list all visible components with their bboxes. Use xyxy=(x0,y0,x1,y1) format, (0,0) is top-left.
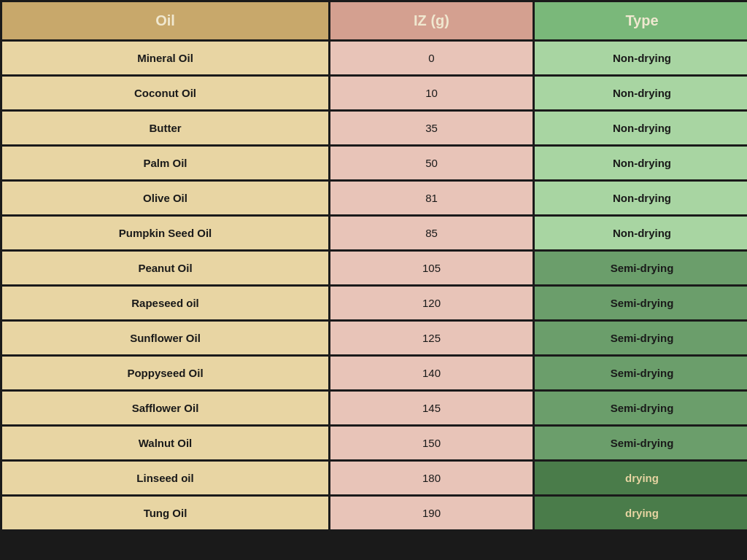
cell-type-2: Non-drying xyxy=(535,112,747,144)
header-iz: IZ (g) xyxy=(330,2,535,39)
table-row: Olive Oil 81 Non-drying xyxy=(2,182,745,217)
cell-iz-13: 190 xyxy=(330,497,535,529)
cell-oil-3: Palm Oil xyxy=(2,147,330,179)
cell-oil-8: Sunflower Oil xyxy=(2,322,330,354)
cell-iz-3: 50 xyxy=(330,147,535,179)
table-row: Coconut Oil 10 Non-drying xyxy=(2,77,745,112)
cell-iz-8: 125 xyxy=(330,322,535,354)
cell-type-7: Semi-drying xyxy=(535,287,747,319)
cell-oil-11: Walnut Oil xyxy=(2,427,330,459)
table-row: Peanut Oil 105 Semi-drying xyxy=(2,252,745,287)
header-type: Type xyxy=(535,2,747,39)
cell-iz-12: 180 xyxy=(330,462,535,494)
cell-iz-10: 145 xyxy=(330,392,535,424)
cell-oil-10: Safflower Oil xyxy=(2,392,330,424)
cell-iz-5: 85 xyxy=(330,217,535,249)
cell-iz-6: 105 xyxy=(330,252,535,284)
cell-type-5: Non-drying xyxy=(535,217,747,249)
cell-iz-7: 120 xyxy=(330,287,535,319)
cell-iz-4: 81 xyxy=(330,182,535,214)
cell-iz-2: 35 xyxy=(330,112,535,144)
cell-oil-2: Butter xyxy=(2,112,330,144)
cell-type-13: drying xyxy=(535,497,747,529)
cell-type-9: Semi-drying xyxy=(535,357,747,389)
cell-oil-1: Coconut Oil xyxy=(2,77,330,109)
table-row: Sunflower Oil 125 Semi-drying xyxy=(2,322,745,357)
cell-iz-9: 140 xyxy=(330,357,535,389)
cell-type-4: Non-drying xyxy=(535,182,747,214)
table-body: Mineral Oil 0 Non-drying Coconut Oil 10 … xyxy=(2,42,745,529)
cell-type-8: Semi-drying xyxy=(535,322,747,354)
cell-iz-0: 0 xyxy=(330,42,535,74)
table-row: Palm Oil 50 Non-drying xyxy=(2,147,745,182)
cell-iz-1: 10 xyxy=(330,77,535,109)
cell-type-1: Non-drying xyxy=(535,77,747,109)
cell-iz-11: 150 xyxy=(330,427,535,459)
cell-oil-12: Linseed oil xyxy=(2,462,330,494)
table-header: Oil IZ (g) Type xyxy=(2,2,745,42)
cell-oil-7: Rapeseed oil xyxy=(2,287,330,319)
table-row: Safflower Oil 145 Semi-drying xyxy=(2,392,745,427)
table-row: Pumpkin Seed Oil 85 Non-drying xyxy=(2,217,745,252)
oil-table: Oil IZ (g) Type Mineral Oil 0 Non-drying… xyxy=(0,0,747,532)
cell-type-3: Non-drying xyxy=(535,147,747,179)
cell-type-12: drying xyxy=(535,462,747,494)
cell-oil-4: Olive Oil xyxy=(2,182,330,214)
cell-oil-13: Tung Oil xyxy=(2,497,330,529)
table-row: Butter 35 Non-drying xyxy=(2,112,745,147)
cell-type-0: Non-drying xyxy=(535,42,747,74)
table-row: Tung Oil 190 drying xyxy=(2,497,745,529)
table-row: Poppyseed Oil 140 Semi-drying xyxy=(2,357,745,392)
cell-oil-9: Poppyseed Oil xyxy=(2,357,330,389)
table-row: Linseed oil 180 drying xyxy=(2,462,745,497)
cell-type-10: Semi-drying xyxy=(535,392,747,424)
cell-type-11: Semi-drying xyxy=(535,427,747,459)
header-oil: Oil xyxy=(2,2,330,39)
table-row: Mineral Oil 0 Non-drying xyxy=(2,42,745,77)
table-row: Rapeseed oil 120 Semi-drying xyxy=(2,287,745,322)
cell-oil-5: Pumpkin Seed Oil xyxy=(2,217,330,249)
table-row: Walnut Oil 150 Semi-drying xyxy=(2,427,745,462)
cell-oil-6: Peanut Oil xyxy=(2,252,330,284)
cell-oil-0: Mineral Oil xyxy=(2,42,330,74)
cell-type-6: Semi-drying xyxy=(535,252,747,284)
